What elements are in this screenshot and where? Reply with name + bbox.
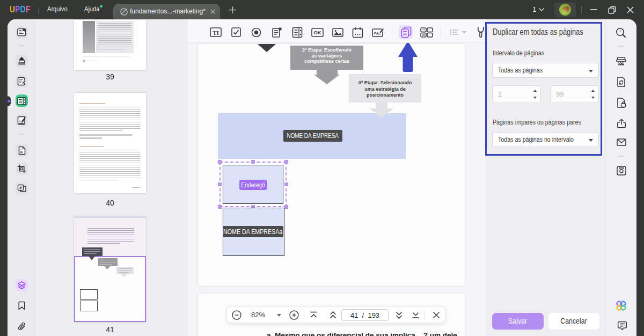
svg-text:OK: OK xyxy=(314,30,321,35)
svg-text:TI: TI xyxy=(213,30,219,36)
svg-text:OCR: OCR xyxy=(618,62,624,65)
